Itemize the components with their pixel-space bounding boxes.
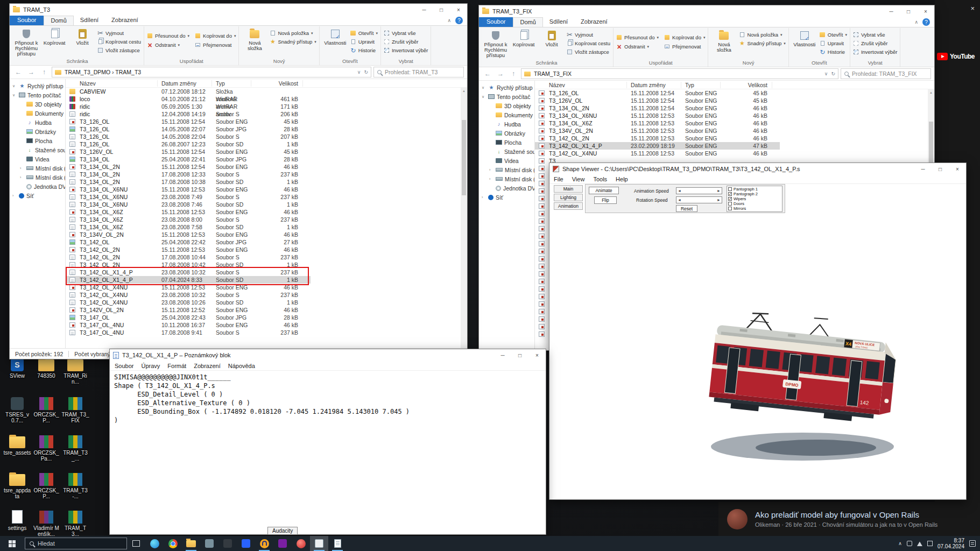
file-row[interactable]: T3_142_OL_2N17.08.2008 10:44Soubor S237 … [66, 253, 311, 261]
sidebar-item-videa[interactable]: Videa [479, 156, 534, 165]
volume-icon[interactable] [927, 541, 933, 546]
file-row[interactable]: CABVIEW07.12.2008 18:12Složka souborů [66, 88, 311, 95]
help-icon[interactable]: ? [455, 17, 463, 24]
minimize-button[interactable]: ─ [494, 349, 511, 361]
shape-viewer-animation-button[interactable]: Animation [554, 202, 583, 210]
desktop-icon-tsre-assets[interactable]: tsre_assets [3, 434, 31, 456]
desktop-icon-vladim-r-men-k[interactable]: Vladimír Menšík... [32, 510, 60, 537]
forward-button[interactable]: → [495, 70, 506, 77]
ribbon-button-odstranit[interactable]: Odstranit▾ [616, 43, 659, 50]
sidebar-item-3d-objekty[interactable]: 3D objekty [479, 101, 534, 110]
file-row[interactable]: T3_134_OL25.04.2008 22:41Soubor JPG28 kB [66, 156, 311, 163]
taskbar-notepad[interactable] [328, 536, 347, 551]
ribbon-button-nov-polo-ka[interactable]: Nová položka▾ [270, 30, 316, 37]
scrollbar[interactable]: ▲ [461, 88, 467, 348]
ribbon-button-vlastnosti[interactable]: Vlastnosti [791, 29, 819, 47]
file-row[interactable]: T3_142V_OL_2N15.11.2008 12:52Soubor ENG4… [66, 306, 311, 314]
menu-n-pov-da[interactable]: Nápověda [224, 363, 259, 369]
ribbon-button-vlastnosti[interactable]: Vlastnosti [321, 27, 349, 46]
rotation-speed-slider[interactable] [676, 196, 722, 203]
ribbon-button-kop-rovat-cestu[interactable]: Kopírovat cestu [97, 38, 141, 45]
search-box[interactable]: Prohledat: TRAM_T3_FIX [841, 68, 931, 79]
file-row[interactable]: T3_134_OL_X6Z15.11.2008 12:53Soubor ENG4… [535, 119, 780, 127]
sidebar-item-m-stn-disk-c[interactable]: ›Místní disk (C:) [479, 165, 534, 174]
tab-dom[interactable]: Domů [44, 16, 73, 25]
back-button[interactable]: ← [482, 70, 493, 77]
ribbon-button-upravit[interactable]: Upravit [350, 38, 378, 45]
file-row[interactable]: T3_147_OL_4NU10.11.2008 16:37Soubor ENG4… [66, 321, 311, 329]
sidebar-item-plocha[interactable]: Plocha [479, 138, 534, 147]
desktop-icon-tsre-appdata[interactable]: tsre_appdata [3, 472, 31, 499]
file-row[interactable]: T3_134V_OL_2N15.11.2008 12:53Soubor ENG4… [535, 127, 780, 135]
ribbon-button-otev-t[interactable]: Otevřít▾ [350, 30, 378, 37]
back-button[interactable]: ← [13, 68, 24, 76]
close-button[interactable]: × [528, 349, 546, 361]
menu-soubor[interactable]: Soubor [111, 363, 137, 369]
desktop-icon-tram-t3[interactable]: TRAM_T3_... [61, 434, 89, 462]
tab-soubor[interactable]: Soubor [10, 16, 44, 25]
tab-sd-len[interactable]: Sdílení [543, 17, 574, 27]
file-row[interactable]: T3_126_OL26.08.2007 12:23Soubor SD1 kB [66, 140, 311, 148]
file-row[interactable]: T3_134_OL_X6Z23.08.2008 7:58Soubor SD1 k… [66, 223, 311, 231]
sidebar-item-obr-zky[interactable]: Obrázky [10, 127, 65, 136]
taskbar-shape-viewer[interactable] [310, 536, 328, 551]
ribbon-button-historie[interactable]: Historie [350, 47, 378, 54]
titlebar[interactable]: TRAM_T3 ─ □ × [10, 4, 467, 16]
ribbon-button-p-ipnout-k-rychl-mu-p-stupu[interactable]: Připnout k Rychlému přístupu [482, 29, 510, 58]
file-row[interactable]: T3_126V_OL15.11.2008 12:54Soubor ENG45 k… [66, 148, 311, 156]
file-row[interactable]: T3_126V_OL15.11.2008 12:54Soubor ENG45 k… [535, 97, 780, 104]
taskbar-app-blue[interactable] [237, 536, 255, 551]
file-row[interactable]: T3_142_OL_X4NU15.11.2008 12:53Soubor ENG… [535, 150, 780, 157]
menu-form-t[interactable]: Formát [164, 363, 190, 369]
desktop-icon-tram-t3[interactable]: TRAM_T3-... [61, 472, 89, 499]
close-button[interactable]: × [949, 163, 966, 175]
desktop-icon-orczsk-p[interactable]: ORCZSK_P... [32, 396, 60, 423]
sidebar-item-dokumenty[interactable]: Dokumenty [10, 109, 65, 118]
checkbox-pantograph-2[interactable]: ✓Pantograph 2 [728, 192, 781, 196]
viewport[interactable]: MainLightingAnimation Animate Flip Anima… [549, 184, 966, 499]
column-header-datum-zm-ny[interactable]: Datum změny [631, 81, 666, 89]
shape-viewer-main-button[interactable]: Main [554, 185, 583, 193]
sidebar-item-tento-po-ta[interactable]: ∨Tento počítač [479, 92, 534, 101]
taskbar-audacity[interactable] [255, 536, 273, 551]
refresh-icon[interactable]: ↻ [364, 69, 368, 75]
sidebar-item-videa[interactable]: Videa [10, 154, 65, 164]
taskbar-app-dark[interactable] [218, 536, 237, 551]
file-row[interactable]: T3_142_OL_2N17.08.2008 10:42Soubor SD1 k… [66, 261, 311, 269]
file-row[interactable]: T3_142_OL_X4NU15.11.2008 12:53Soubor ENG… [66, 284, 311, 291]
desktop-icon-orczsk-pa[interactable]: ORCZSK_Pa... [32, 434, 60, 462]
file-row[interactable]: T3_134_OL_2N17.08.2008 12:33Soubor S237 … [66, 171, 311, 178]
ribbon-button-vlo-it[interactable]: Vložit [68, 27, 96, 46]
help-icon[interactable]: ? [922, 18, 930, 26]
sidebar-item-rychl-p-stup[interactable]: ∨Rychlý přístup [479, 83, 534, 92]
search-box[interactable]: Prohledat: TRAM_T3 [373, 67, 464, 77]
column-header-typ[interactable]: Typ [216, 79, 225, 88]
ribbon-button-nov-slo-ka[interactable]: Nová složka [710, 29, 738, 53]
maximize-button[interactable]: □ [900, 5, 917, 17]
checkbox-mirrors[interactable]: Mirrors [728, 206, 781, 211]
checkbox-doors[interactable]: Doors [728, 201, 781, 206]
file-row[interactable]: ridic05.09.2005 1:30WinRAR archiv171 kB [66, 103, 311, 110]
file-row[interactable]: T3_134_OL_X6NU15.11.2008 12:53Soubor ENG… [535, 112, 780, 119]
ribbon-button-vlo-it-z-stupce[interactable]: Vložit zástupce [97, 47, 141, 54]
file-row[interactable]: T3_142_OL_X4NU23.08.2008 10:32Soubor S23… [66, 291, 311, 299]
animate-button[interactable]: Animate [589, 187, 619, 194]
taskbar-edge[interactable] [145, 536, 164, 551]
ribbon-button-kop-rovat[interactable]: Kopírovat [40, 27, 68, 46]
close-button[interactable]: × [450, 4, 467, 16]
ribbon-button-snadn-p-stup[interactable]: Snadný přístup▾ [739, 40, 785, 47]
tab-soubor[interactable]: Soubor [479, 17, 513, 27]
ribbon-button-otev-t[interactable]: Otevřít▾ [820, 31, 847, 38]
reset-button[interactable]: Reset [676, 205, 697, 212]
ribbon-collapse-icon[interactable]: ∧ [914, 19, 918, 25]
file-row[interactable]: T3_134_OL_X6Z15.11.2008 12:53Soubor ENG4… [66, 208, 311, 216]
checkbox-wipers[interactable]: ✓Wipers [728, 196, 781, 201]
desktop-icon-sview[interactable]: SView [3, 357, 31, 379]
up-button[interactable]: ↑ [508, 70, 519, 77]
sidebar-item-hudba[interactable]: Hudba [10, 118, 65, 127]
ribbon-button-invertovat-v-b-r[interactable]: Invertovat výběr [384, 47, 428, 54]
file-row[interactable]: T3_134_OL_X6NU23.08.2008 7:46Soubor SD1 … [66, 201, 311, 208]
sidebar-item-jednotka-dvd-r[interactable]: Jednotka DVD R [10, 182, 65, 191]
task-view-button[interactable] [127, 536, 145, 551]
address-dropdown-icon[interactable]: ∨ [357, 69, 361, 75]
